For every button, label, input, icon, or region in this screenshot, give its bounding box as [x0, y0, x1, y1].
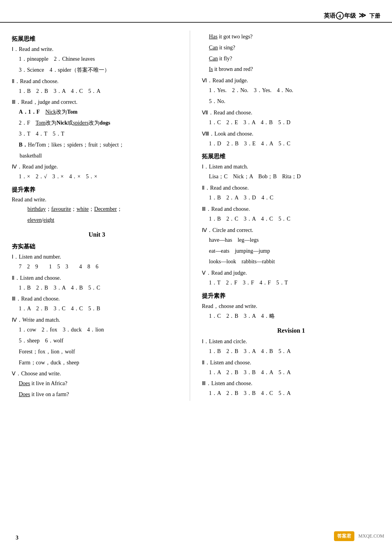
- ans-write-match-1: 1．cow 2．fox 3．duck 4．lion: [19, 325, 182, 335]
- right-column: Has it got two legs? Can it sing? Can it…: [190, 31, 380, 401]
- ans-read-choose-write: 1．C 2．B 3．A 4．略: [209, 311, 380, 321]
- footer-logo: 答案君: [334, 531, 354, 541]
- ans-listen-match: Lisa；C Nick；A Bob；B Rita；D: [209, 172, 380, 181]
- footer: 答案君 MXQE.COM: [334, 531, 384, 541]
- sub-v-read-judge: Ⅴ．Read and judge.: [202, 270, 380, 277]
- grade-circle: 4: [336, 12, 344, 20]
- sub-ii-read-choose-2: Ⅱ．Read and choose.: [202, 185, 380, 192]
- ans-ii-1: 1．B 2．B 3．A 4．C 5．A: [19, 87, 182, 96]
- sub-iii-read-choose: Ⅲ．Read and choose.: [12, 295, 182, 302]
- ans-vii-1: 1．C 2．E 3．A 4．B 5．D: [209, 118, 380, 127]
- sub-viii-look-choose: Ⅷ．Look and choose.: [202, 130, 380, 138]
- sub-iii-read-judge: Ⅲ．Read，judge and correct.: [12, 99, 182, 106]
- ans-iii-a3: 3．T 4．T 5．T: [19, 129, 182, 139]
- ans-is-brown: Is it brown and red?: [209, 65, 380, 74]
- sub-read-choose-write: Read，choose and write.: [202, 303, 380, 310]
- ans-v-judge: 1．T 2．F 3．F 4．F 5．T: [209, 278, 380, 288]
- ans-raise-2: eleven/eight: [27, 215, 182, 225]
- main-content: 拓展思维 Ⅰ．Read and write. 1．pineapple 2．Chi…: [0, 31, 392, 401]
- ans-circle-3: looks—look rabbits—rabbit: [209, 257, 380, 266]
- sub-i-listen-number: Ⅰ．Listen and number.: [12, 253, 182, 261]
- ans-write-match-2: 5．sheep 6．wolf: [19, 336, 182, 346]
- ans-raise-1: birthday；favourite；white；December；: [27, 205, 182, 214]
- sub-iv-write-match: Ⅳ．Write and match.: [12, 317, 182, 324]
- revision-1-title: Revision 1: [202, 327, 380, 334]
- ans-forest: Forest；fox，lion，wolf: [19, 347, 182, 357]
- ans-i-2: 3．Science 4．spider（答案不唯一）: [19, 65, 182, 75]
- header-arrow: ≫: [359, 11, 366, 20]
- sub-iii-listen-choose-r: Ⅲ．Listen and choose.: [202, 380, 380, 387]
- ans-iii-a1: A．1．F Nick改为Tom: [19, 107, 182, 117]
- ans-listen-num: 7 2 9 1 5 3 4 8 6: [19, 262, 182, 272]
- ans-listen-choose: 1．B 2．B 3．A 4．B 5．C: [19, 283, 182, 293]
- sub-ii-read-choose: Ⅱ．Read and choose.: [12, 78, 182, 85]
- ans-vi-2: 5．No.: [209, 97, 380, 106]
- sub-iv-read-judge: Ⅳ．Read and judge.: [12, 163, 182, 170]
- header-volume: 下册: [369, 13, 380, 19]
- ans-read-choose: 1．A 2．B 3．C 4．C 5．B: [19, 304, 182, 313]
- ans-iii-a2: 2．F Tom改为Nick或spiders改为dogs: [19, 118, 182, 128]
- sub-read-write-2: Read and write.: [12, 197, 182, 203]
- ans-circle-1: have—has leg—legs: [209, 235, 380, 245]
- ans-can-fly: Can it fly?: [209, 54, 380, 63]
- footer-url: MXQE.COM: [358, 533, 384, 539]
- sub-ii-listen-choose: Ⅱ．Listen and choose.: [12, 275, 182, 282]
- sub-v-choose-write: Ⅴ．Choose and write.: [12, 370, 182, 377]
- sub-i-listen-match: Ⅰ．Listen and match.: [202, 163, 380, 170]
- section-tuo-zhan-si-wei-1: 拓展思维: [12, 35, 182, 43]
- page: 英语4年级 ≫ 下册 拓展思维 Ⅰ．Read and write. 1．pine…: [0, 0, 392, 545]
- ans-can-sing: Can it sing?: [209, 43, 380, 53]
- sub-iii-read-choose-2: Ⅲ．Read and choose.: [202, 206, 380, 213]
- section-ti-sheng-su-yang-2: 提升素养: [202, 292, 380, 300]
- section-tuo-zhan-si-wei-2: 拓展思维: [202, 153, 380, 160]
- ans-choose-write-1: Does it live in Africa?: [19, 379, 182, 388]
- page-number: 3: [16, 535, 18, 541]
- sub-ii-listen-choose-r: Ⅱ．Listen and choose.: [202, 359, 380, 366]
- ans-iii-listen-choose-r: 1．A 2．B 3．B 4．C 5．A: [209, 389, 380, 398]
- section-keng-shi-ji-chu: 夯实基础: [12, 243, 182, 250]
- ans-has-legs: Has it got two legs?: [209, 32, 380, 42]
- unit-3-title: Unit 3: [12, 231, 182, 238]
- sub-iv-circle-correct: Ⅳ．Circle and correct.: [202, 227, 380, 234]
- ans-farm: Farm；cow，duck，sheep: [19, 358, 182, 368]
- sub-i-read-write: Ⅰ．Read and write.: [12, 46, 182, 53]
- ans-ii-read-choose: 1．B 2．A 3．D 4．C: [209, 193, 380, 203]
- ans-listen-choose-r: 1．A 2．B 3．B 4．A 5．A: [209, 368, 380, 377]
- section-ti-sheng-su-yang-1: 提升素养: [12, 186, 182, 194]
- ans-iii-read-choose: 1．B 2．C 3．A 4．C 5．C: [209, 214, 380, 224]
- ans-iii-b2: basketball: [20, 151, 182, 161]
- ans-listen-circle: 1．B 2．B 3．A 4．B 5．A: [209, 347, 380, 356]
- ans-vi-1: 1．Yes. 2．No. 3．Yes. 4．No.: [209, 86, 380, 95]
- sub-vii-read-choose: Ⅶ．Read and choose.: [202, 109, 380, 116]
- ans-i-1: 1．pineapple 2．Chinese leaves: [19, 54, 182, 64]
- header-title: 英语4年级 ≫ 下册: [324, 11, 381, 20]
- left-column: 拓展思维 Ⅰ．Read and write. 1．pineapple 2．Chi…: [12, 31, 190, 401]
- ans-choose-write-2: Does it live on a farm?: [19, 390, 182, 399]
- ans-iv-1: 1．× 2．√ 3．× 4．× 5．×: [19, 172, 182, 181]
- sub-i-listen-circle: Ⅰ．Listen and circle.: [202, 338, 380, 345]
- ans-circle-2: eat—eats jumping—jump: [209, 246, 380, 256]
- ans-viii-1: 1．D 2．B 3．E 4．A 5．C: [209, 139, 380, 148]
- sub-vi-read-judge: Ⅵ．Read and judge.: [202, 77, 380, 84]
- page-header: 英语4年级 ≫ 下册: [0, 8, 392, 23]
- ans-iii-b: B．He/Tom；likes；spiders；fruit；subject；: [19, 140, 182, 150]
